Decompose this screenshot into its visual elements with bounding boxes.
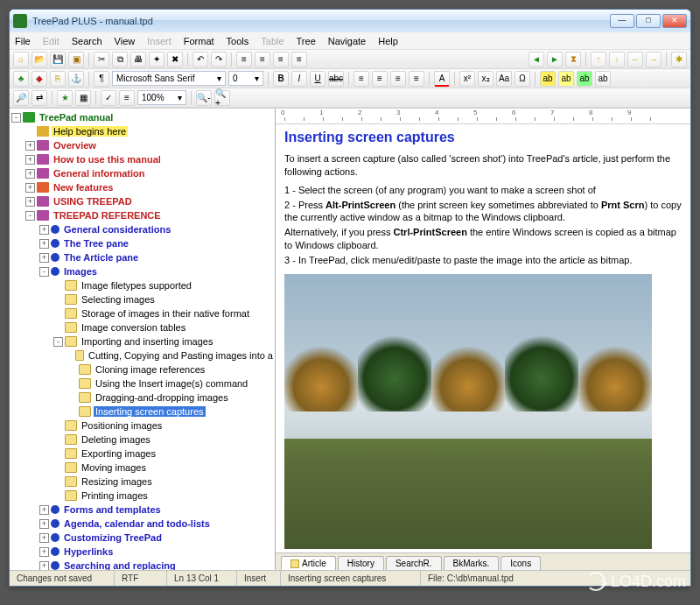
tree-item[interactable]: Selecting images xyxy=(80,294,157,305)
tree-item[interactable]: Positioning images xyxy=(80,420,164,431)
tree-item[interactable]: Exporting images xyxy=(80,448,158,459)
home-icon[interactable]: ⌂ xyxy=(13,52,29,67)
settings-icon[interactable]: ✦ xyxy=(149,52,164,67)
tree-item[interactable]: Image filetypes supported xyxy=(80,280,193,291)
tree-item[interactable]: Moving images xyxy=(80,462,148,473)
tab-article[interactable]: Article xyxy=(281,556,336,570)
tree-item[interactable]: Using the Insert image(s) command xyxy=(94,378,249,389)
cut-icon[interactable]: ✂ xyxy=(94,52,109,67)
arrow-down-icon[interactable]: ↓ xyxy=(609,52,625,67)
case-icon[interactable]: Aa xyxy=(496,71,512,87)
sub-icon[interactable]: x₂ xyxy=(478,71,494,87)
minimize-button[interactable]: — xyxy=(610,14,634,28)
tree-item[interactable]: Importing and inserting images xyxy=(80,336,214,347)
indent-icon[interactable]: ≡ xyxy=(255,52,270,67)
italic-button[interactable]: I xyxy=(291,71,307,87)
security-icon[interactable]: ✱ xyxy=(671,52,687,67)
redo-icon[interactable]: ↷ xyxy=(211,52,227,67)
close-button[interactable]: ✕ xyxy=(662,14,687,28)
tree-item[interactable]: How to use this manual xyxy=(52,154,163,165)
tree-item[interactable]: New features xyxy=(52,182,115,193)
tab-icons[interactable]: Icons xyxy=(500,556,541,570)
tools-icon[interactable]: ✖ xyxy=(167,52,183,67)
font-combo[interactable]: Microsoft Sans Serif▾ xyxy=(112,71,226,86)
tree-item[interactable]: Cloning image references xyxy=(94,364,206,375)
tree-item[interactable]: The Tree pane xyxy=(62,238,130,249)
replace-icon[interactable]: ⇄ xyxy=(32,90,47,106)
menu-navigate[interactable]: Navigate xyxy=(328,36,366,46)
tree-item[interactable]: Hyperlinks xyxy=(62,546,115,557)
arrow-up-icon[interactable]: ↑ xyxy=(591,52,606,67)
numlist-icon[interactable]: ≡ xyxy=(291,52,307,67)
hourglass-icon[interactable]: ⧗ xyxy=(565,52,581,67)
nav-fwd-icon[interactable]: ► xyxy=(547,52,563,67)
nav-back-icon[interactable]: ◄ xyxy=(528,52,544,67)
menu-search[interactable]: Search xyxy=(72,36,102,46)
tree-item[interactable]: Resizing images xyxy=(80,476,154,487)
ruler[interactable]: /*ticks drawn below*/ 0123456789 xyxy=(276,109,690,124)
print-icon[interactable]: 🖶 xyxy=(130,52,146,67)
menu-file[interactable]: File xyxy=(15,36,31,46)
copy-icon[interactable]: ⧉ xyxy=(112,52,128,67)
align-center-icon[interactable]: ≡ xyxy=(372,71,388,87)
tree-item[interactable]: Deleting images xyxy=(80,434,152,445)
tree-item[interactable]: Image conversion tables xyxy=(80,322,187,333)
tree-item[interactable]: Images xyxy=(62,266,99,277)
article-body[interactable]: Inserting screen captures To insert a sc… xyxy=(276,124,690,552)
arrow-left-icon[interactable]: ← xyxy=(627,52,643,67)
fontsize-combo[interactable]: 0▾ xyxy=(228,71,263,86)
tree-item[interactable]: USING TREEPAD xyxy=(52,196,134,207)
menu-tools[interactable]: Tools xyxy=(227,36,249,46)
arrow-right-icon[interactable]: → xyxy=(646,52,662,67)
tree-item[interactable]: Forms and templates xyxy=(62,504,163,515)
tree-root[interactable]: TreePad manual xyxy=(38,112,115,123)
bookmark-icon[interactable]: ★ xyxy=(57,90,73,106)
bold-button[interactable]: B xyxy=(273,71,289,87)
open-icon[interactable]: 📂 xyxy=(32,52,47,67)
tree-icon[interactable]: ♣ xyxy=(13,71,29,87)
anchor-icon[interactable]: ⚓ xyxy=(68,71,84,87)
align-justify-icon[interactable]: ≡ xyxy=(409,71,424,87)
tree-item[interactable]: Searching and replacing xyxy=(62,560,178,570)
tree-item[interactable]: General considerations xyxy=(62,224,172,235)
tree-item-selected[interactable]: Inserting screen captures xyxy=(94,406,206,417)
align-left-icon[interactable]: ≡ xyxy=(354,71,369,87)
symbol-icon[interactable]: Ω xyxy=(514,71,530,87)
menu-format[interactable]: Format xyxy=(184,36,214,46)
hilite1-icon[interactable]: ab xyxy=(540,71,556,87)
tree-item[interactable]: TREEPAD REFERENCE xyxy=(52,210,163,221)
tree-item[interactable]: Overview xyxy=(52,140,98,151)
tab-bookmarks[interactable]: BkMarks. xyxy=(444,556,500,570)
tree-item[interactable]: Storage of images in their native format xyxy=(80,308,251,319)
tree-help[interactable]: Help begins here xyxy=(52,126,128,137)
clear-icon[interactable]: ab xyxy=(595,71,611,87)
spell-icon[interactable]: ✓ xyxy=(101,90,116,106)
tree-item[interactable]: General information xyxy=(52,168,147,179)
align-right-icon[interactable]: ≡ xyxy=(390,71,406,87)
camera-icon[interactable]: ▣ xyxy=(68,52,84,67)
underline-button[interactable]: U xyxy=(310,71,326,87)
strike-button[interactable]: abc xyxy=(328,71,344,87)
binoculars-icon[interactable]: 🔎 xyxy=(13,90,29,106)
menu-tree[interactable]: Tree xyxy=(297,36,316,46)
zoom-combo[interactable]: 100%▾ xyxy=(137,90,186,105)
super-icon[interactable]: x² xyxy=(459,71,475,87)
hilite2-icon[interactable]: ab xyxy=(558,71,574,87)
calendar-icon[interactable]: ▦ xyxy=(75,90,91,106)
maximize-button[interactable]: □ xyxy=(636,14,661,28)
list-icon[interactable]: ≡ xyxy=(273,52,289,67)
expander-icon[interactable]: - xyxy=(11,113,21,123)
link-icon[interactable]: ⎘ xyxy=(50,71,66,87)
outdent-icon[interactable]: ≡ xyxy=(236,52,252,67)
titlebar[interactable]: TreePad PLUS - manual.tpd — □ ✕ xyxy=(10,10,690,32)
fontcolor-icon[interactable]: A xyxy=(434,71,450,87)
save-icon[interactable]: 💾 xyxy=(50,52,66,67)
thesaurus-icon[interactable]: ≡ xyxy=(119,90,135,106)
tree-item[interactable]: The Article pane xyxy=(62,252,140,263)
node-icon[interactable]: ◆ xyxy=(32,71,47,87)
tab-history[interactable]: History xyxy=(338,556,384,570)
tree-item[interactable]: Cutting, Copying and Pasting images into… xyxy=(87,350,275,361)
menu-view[interactable]: View xyxy=(115,36,136,46)
zoom-out-icon[interactable]: 🔍- xyxy=(196,90,212,106)
tab-search[interactable]: SearchR. xyxy=(386,556,442,570)
